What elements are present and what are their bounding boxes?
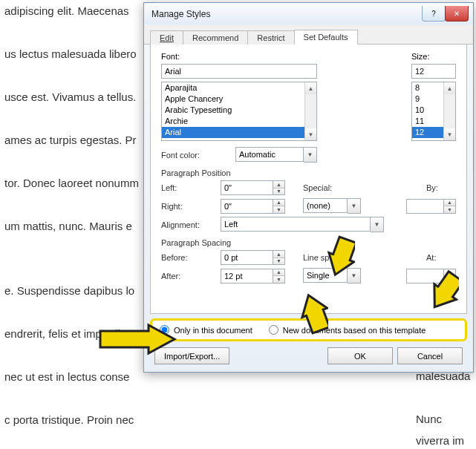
- tab-recommend[interactable]: Recommend: [183, 30, 248, 45]
- spin-down-icon[interactable]: ▼: [273, 258, 284, 265]
- spin-down-icon[interactable]: ▼: [444, 276, 455, 283]
- scrollbar[interactable]: ▲▼: [443, 82, 455, 140]
- right-input[interactable]: [221, 199, 273, 214]
- label-right: Right:: [161, 202, 221, 211]
- spin-up-icon[interactable]: ▲: [273, 200, 284, 207]
- radio-only-label: Only in this document: [174, 326, 252, 335]
- import-export-button[interactable]: Import/Export...: [154, 347, 229, 364]
- line-spacing-combo[interactable]: Single ▼: [303, 268, 361, 284]
- spinner-buttons[interactable]: ▲▼: [443, 269, 456, 284]
- font-color-value: Automatic: [235, 147, 304, 162]
- scrollbar[interactable]: ▲▼: [304, 82, 316, 140]
- special-combo[interactable]: (none) ▼: [303, 198, 361, 214]
- label-before: Before:: [161, 253, 221, 262]
- tab-restrict[interactable]: Restrict: [247, 30, 294, 45]
- spin-up-icon[interactable]: ▲: [444, 269, 455, 277]
- radio-new-label: New documents based on this template: [283, 326, 426, 335]
- help-button[interactable]: ?: [422, 6, 446, 22]
- spin-down-icon[interactable]: ▼: [273, 206, 284, 213]
- font-listbox[interactable]: Aparajita Apple Chancery Arabic Typesett…: [161, 82, 317, 141]
- left-spinner[interactable]: ▲▼: [221, 180, 285, 195]
- font-option[interactable]: Apple Chancery: [162, 94, 316, 105]
- close-button[interactable]: ✕: [445, 6, 469, 22]
- apply-scope-group: Only in this document New documents base…: [150, 318, 467, 341]
- by-input[interactable]: [406, 199, 443, 214]
- label-after: After:: [161, 272, 221, 281]
- alignment-value: Left: [221, 217, 371, 232]
- manage-styles-dialog: Manage Styles ? ✕ Edit Recommend Restric…: [143, 2, 474, 373]
- label-alignment: Alignment:: [161, 220, 221, 229]
- spin-up-icon[interactable]: ▲: [273, 181, 284, 189]
- spinner-buttons[interactable]: ▲▼: [273, 199, 285, 214]
- font-option[interactable]: Arabic Typesetting: [162, 105, 316, 116]
- font-option[interactable]: Aparajita: [162, 82, 316, 94]
- spinner-buttons[interactable]: ▲▼: [273, 269, 285, 284]
- tab-edit[interactable]: Edit: [150, 30, 183, 45]
- dropdown-icon[interactable]: ▼: [304, 147, 317, 163]
- spinner-buttons[interactable]: ▲▼: [273, 180, 285, 195]
- spin-up-icon[interactable]: ▲: [444, 200, 455, 207]
- ok-button[interactable]: OK: [327, 347, 393, 364]
- scroll-down-icon[interactable]: ▼: [305, 128, 316, 140]
- spinner-buttons[interactable]: ▲▼: [443, 199, 456, 214]
- label-at: At:: [426, 253, 456, 262]
- spinner-buttons[interactable]: ▲▼: [273, 250, 285, 265]
- font-option[interactable]: Archie: [162, 116, 316, 127]
- before-input[interactable]: [221, 250, 273, 265]
- font-input[interactable]: [161, 64, 317, 79]
- cancel-button[interactable]: Cancel: [397, 347, 463, 364]
- font-option-selected[interactable]: Arial: [162, 127, 316, 138]
- scroll-down-icon[interactable]: ▼: [444, 128, 455, 140]
- spin-down-icon[interactable]: ▼: [444, 206, 455, 213]
- dropdown-icon[interactable]: ▼: [371, 217, 384, 232]
- font-color-combo[interactable]: Automatic ▼: [235, 147, 317, 163]
- dialog-titlebar: Manage Styles ? ✕: [144, 3, 473, 24]
- alignment-combo[interactable]: Left ▼: [221, 217, 384, 232]
- by-spinner[interactable]: ▲▼: [406, 199, 456, 214]
- after-input[interactable]: [221, 269, 273, 284]
- size-listbox[interactable]: 8 9 10 11 12 ▲▼: [411, 82, 456, 141]
- label-left: Left:: [161, 183, 221, 192]
- label-font: Font:: [161, 52, 180, 61]
- label-font-color: Font color:: [161, 151, 235, 160]
- line-spacing-value: Single: [303, 268, 348, 283]
- label-special: Special:: [303, 183, 342, 192]
- spin-up-icon[interactable]: ▲: [273, 269, 284, 277]
- dialog-title: Manage Styles: [151, 9, 210, 19]
- before-spinner[interactable]: ▲▼: [221, 250, 285, 265]
- scroll-up-icon[interactable]: ▲: [444, 82, 455, 94]
- at-spinner[interactable]: ▲▼: [406, 269, 456, 284]
- after-spinner[interactable]: ▲▼: [221, 269, 285, 284]
- spin-down-icon[interactable]: ▼: [273, 189, 284, 195]
- radio-only-this-document[interactable]: Only in this document: [160, 325, 252, 335]
- right-spinner[interactable]: ▲▼: [221, 199, 285, 214]
- radio-only-input[interactable]: [160, 325, 169, 335]
- label-size: Size:: [411, 52, 456, 61]
- at-input[interactable]: [406, 269, 443, 284]
- scroll-up-icon[interactable]: ▲: [305, 82, 316, 94]
- label-by: By:: [426, 183, 456, 192]
- spin-up-icon[interactable]: ▲: [273, 251, 284, 258]
- dialog-button-row: Import/Export... OK Cancel: [144, 341, 473, 372]
- radio-new-input[interactable]: [269, 325, 278, 335]
- section-paragraph-position: Paragraph Position: [161, 168, 456, 177]
- radio-new-documents[interactable]: New documents based on this template: [269, 325, 426, 335]
- tab-set-defaults[interactable]: Set Defaults: [294, 30, 358, 45]
- label-line-spacing: Line spacing:: [303, 253, 361, 262]
- dialog-content: Font: Size: Aparajita Apple Chancery Ara…: [150, 45, 467, 314]
- window-buttons: ? ✕: [422, 6, 473, 22]
- section-paragraph-spacing: Paragraph Spacing: [161, 238, 456, 247]
- left-input[interactable]: [221, 180, 273, 195]
- dialog-tabs: Edit Recommend Restrict Set Defaults: [144, 24, 473, 45]
- spin-down-icon[interactable]: ▼: [273, 276, 284, 283]
- special-value: (none): [303, 198, 348, 213]
- size-input[interactable]: [411, 64, 456, 79]
- dropdown-icon[interactable]: ▼: [348, 198, 361, 214]
- dropdown-icon[interactable]: ▼: [348, 268, 361, 284]
